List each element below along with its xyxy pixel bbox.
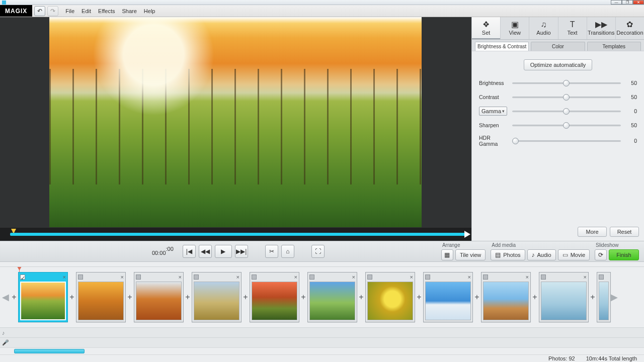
clip-close-icon[interactable]: × — [584, 274, 587, 280]
audio-lane-2[interactable]: 🎤 — [0, 337, 644, 347]
brightness-slider[interactable] — [512, 78, 621, 87]
clip-close-icon[interactable]: × — [352, 274, 355, 280]
subtab-brightness-contrast[interactable]: Brightness & Contrast — [475, 42, 529, 51]
close-button[interactable]: ✕ — [633, 0, 644, 5]
clip-2[interactable]: × — [76, 272, 126, 322]
out-marker[interactable] — [464, 231, 470, 238]
tile-view-button[interactable]: Tile view — [455, 249, 486, 260]
clip-7[interactable]: × — [365, 272, 415, 322]
maximize-button[interactable]: ❐ — [622, 0, 633, 5]
clip-6[interactable]: × — [307, 272, 357, 322]
add-movie-button[interactable]: ▭Movie — [558, 249, 590, 260]
movie-icon: ▭ — [562, 251, 568, 258]
clip-select-icon[interactable] — [309, 275, 314, 280]
optimize-button[interactable]: Optimize automatically — [524, 59, 593, 70]
insert-slot[interactable]: + — [242, 293, 250, 302]
redo-button[interactable]: ↷ — [47, 6, 58, 16]
clip-select-icon[interactable]: ✓ — [20, 275, 25, 280]
gamma-select[interactable]: Gamma — [479, 107, 507, 116]
clip-close-icon[interactable]: × — [294, 274, 297, 280]
sharpen-slider[interactable] — [512, 121, 621, 130]
insert-slot[interactable]: + — [473, 293, 481, 302]
slideshow-play-button[interactable]: ⟳ — [595, 249, 607, 260]
clip-select-icon[interactable] — [541, 275, 546, 280]
prev-button[interactable]: |◀ — [183, 245, 196, 258]
clip-5[interactable]: × — [250, 272, 299, 322]
undo-button[interactable]: ↶ — [34, 6, 45, 16]
timeline-ruler[interactable] — [0, 262, 644, 267]
clip-9[interactable]: × — [481, 272, 531, 322]
clip-select-icon[interactable] — [425, 275, 430, 280]
clip-select-icon[interactable] — [136, 275, 141, 280]
clip-10[interactable]: × — [539, 272, 589, 322]
clip-select-icon[interactable] — [367, 275, 372, 280]
contrast-slider[interactable] — [512, 93, 621, 102]
finish-button[interactable]: Finish — [609, 249, 639, 260]
gamma-slider[interactable] — [512, 107, 621, 116]
menu-help[interactable]: Help — [144, 8, 155, 14]
panel-content: Optimize automatically Brightness 50 Con… — [472, 51, 644, 224]
clip-close-icon[interactable]: × — [526, 274, 529, 280]
rewind-button[interactable]: ◀◀ — [199, 245, 212, 258]
menu-file[interactable]: File — [65, 8, 74, 14]
fullscreen-button[interactable]: ⛶ — [311, 245, 325, 258]
insert-slot[interactable]: + — [531, 293, 539, 302]
add-photos-button[interactable]: ▤Photos — [491, 249, 525, 260]
clip-close-icon[interactable]: × — [236, 274, 239, 280]
tab-view[interactable]: ▣View — [501, 17, 529, 39]
minimize-button[interactable]: — — [611, 0, 622, 5]
menu-edit[interactable]: Edit — [82, 8, 91, 14]
titlebar: — ❐ ✕ — [0, 0, 644, 5]
insert-slot[interactable]: + — [68, 293, 76, 302]
tab-transitions[interactable]: ▶▶Transitions — [587, 17, 616, 39]
clip-4[interactable]: × — [192, 272, 242, 322]
subtab-color[interactable]: Color — [531, 42, 585, 51]
scrollbar-thumb[interactable] — [14, 349, 85, 353]
more-button[interactable]: More — [578, 227, 607, 237]
tab-text[interactable]: TText — [558, 17, 587, 39]
clip-close-icon[interactable]: × — [179, 274, 182, 280]
menu-effects[interactable]: Effects — [98, 8, 115, 14]
subtab-templates[interactable]: Templates — [587, 42, 641, 51]
audio-lane-1[interactable]: ♪ — [0, 327, 644, 337]
hdr-slider[interactable] — [512, 136, 621, 145]
collapse-button[interactable]: ⌂ — [281, 245, 294, 258]
forward-button[interactable]: ▶▶| — [235, 245, 248, 258]
clip-select-icon[interactable] — [78, 275, 83, 280]
clip-1[interactable]: ✓× — [18, 272, 68, 322]
clip-3[interactable]: × — [134, 272, 184, 322]
timeline-scrollbar[interactable] — [0, 347, 644, 354]
insert-slot[interactable]: + — [589, 293, 597, 302]
reset-button[interactable]: Reset — [610, 227, 639, 237]
tab-audio[interactable]: ♫Audio — [529, 17, 558, 39]
clip-11[interactable] — [597, 272, 611, 322]
tab-decoration[interactable]: ✿Decoration — [616, 17, 644, 39]
clip-close-icon[interactable]: × — [468, 274, 471, 280]
insert-slot[interactable]: + — [10, 293, 18, 302]
time-display: 00:00:00 — [152, 246, 174, 257]
clip-8[interactable]: × — [423, 272, 473, 322]
cut-button[interactable]: ✂ — [265, 245, 278, 258]
insert-slot[interactable]: + — [126, 293, 134, 302]
insert-slot[interactable]: + — [299, 293, 307, 302]
scroll-left[interactable]: ◀ — [2, 267, 9, 327]
clip-close-icon[interactable]: × — [63, 274, 66, 280]
clip-select-icon[interactable] — [599, 275, 604, 280]
add-audio-button[interactable]: ♪Audio — [527, 249, 556, 260]
play-button[interactable]: ▶ — [215, 245, 232, 258]
clip-close-icon[interactable]: × — [121, 274, 124, 280]
tile-grid-button[interactable]: ▦ — [441, 249, 453, 260]
insert-slot[interactable]: + — [184, 293, 192, 302]
clip-close-icon[interactable]: × — [410, 274, 413, 280]
tab-set[interactable]: ❖Set — [472, 17, 501, 39]
menu-share[interactable]: Share — [122, 8, 136, 14]
mic-icon: 🎤 — [2, 339, 8, 346]
clip-select-icon[interactable] — [252, 275, 257, 280]
statusbar: Photos: 92 10m:44s Total length — [0, 354, 644, 362]
insert-slot[interactable]: + — [415, 293, 423, 302]
preview-track[interactable] — [10, 233, 466, 236]
clip-select-icon[interactable] — [483, 275, 488, 280]
insert-slot[interactable]: + — [357, 293, 365, 302]
scroll-right[interactable]: ▶ — [611, 267, 618, 327]
clip-select-icon[interactable] — [194, 275, 199, 280]
